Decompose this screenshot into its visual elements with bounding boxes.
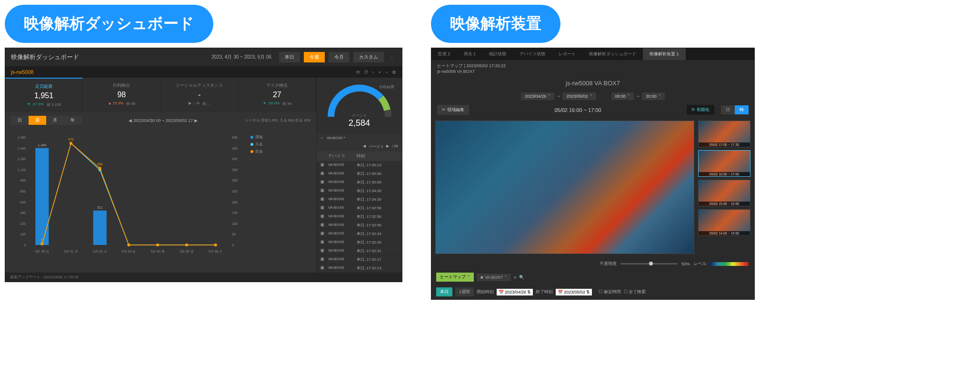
chart-nav-left[interactable]: ◀	[129, 118, 132, 123]
start-date-input[interactable]: 📅 2023/04/26 ⇅	[497, 289, 533, 295]
search-icon[interactable]: 🔍	[519, 275, 524, 280]
svg-text:960: 960	[20, 179, 26, 182]
chart-nav-right[interactable]: ▶	[194, 118, 198, 123]
table-row[interactable]: ▦VA BOX8本日, 17:32:43	[317, 230, 402, 238]
chevron-icon[interactable]: ›	[372, 70, 374, 75]
svg-text:5月 01 月: 5月 01 月	[64, 250, 78, 253]
toggle-day[interactable]: 日	[721, 105, 735, 114]
svg-text:0: 0	[24, 244, 26, 247]
svg-text:320: 320	[20, 222, 26, 225]
svg-text:5月 02 火: 5月 02 火	[93, 250, 107, 253]
minus-icon[interactable]: −	[385, 70, 388, 75]
main-chart: 01603204806408009601,1201,2801,4401,6000…	[11, 132, 247, 256]
table-row[interactable]: ▦VA BOX8本日, 17:32:31	[317, 247, 402, 255]
period-day[interactable]: 日	[11, 116, 29, 125]
dev-tab[interactable]: 統計状態	[482, 48, 513, 60]
table-row[interactable]: ▦VA BOX8本日, 17:34:26	[317, 187, 402, 195]
list-icon[interactable]: ≡	[514, 275, 516, 280]
pin-icon[interactable]: ⚬	[378, 70, 381, 75]
svg-text:1,440: 1,440	[17, 147, 26, 150]
table-row[interactable]: ▦VA BOX8本日, 17:32:13	[317, 264, 402, 273]
svg-rect-33	[35, 148, 49, 245]
table-row[interactable]: ▦VA BOX8本日, 17:35:13	[317, 161, 402, 170]
stat-card-capacity[interactable]: 定員超過 1,951 ▼ -37.6%前 3,126	[5, 78, 83, 112]
clock-icon[interactable]: ⏱	[364, 70, 369, 75]
tab-today[interactable]: 本日	[279, 52, 300, 62]
svg-text:0: 0	[232, 244, 234, 247]
init-button[interactable]: ⟳ 初期化	[687, 105, 714, 115]
svg-text:160: 160	[20, 233, 26, 236]
tab-month[interactable]: 今月	[329, 52, 350, 62]
svg-text:350: 350	[232, 168, 238, 172]
date-to-select[interactable]: 2023/05/02 ˅	[562, 92, 596, 100]
event-table: デバイス 時刻 ▦VA BOX8本日, 17:35:13▦VA BOX8本日, …	[317, 151, 402, 273]
time-from-select[interactable]: 08:00 ˅	[611, 92, 634, 100]
end-date-input[interactable]: 📅 2023/05/02 ⇅	[556, 289, 592, 295]
table-row[interactable]: ▦VA BOX8本日, 17:32:39	[317, 238, 402, 247]
table-row[interactable]: ▦VA BOX8本日, 17:32:58	[317, 213, 402, 221]
svg-text:5月 05 金: 5月 05 金	[180, 250, 194, 253]
dev-tab[interactable]: 監視 2	[431, 48, 457, 60]
date-from-select[interactable]: 2023/04/26 ˅	[521, 92, 554, 100]
svg-text:150: 150	[232, 211, 238, 214]
svg-text:800: 800	[20, 190, 26, 193]
dev-tab[interactable]: 再生 1	[457, 48, 483, 60]
more-icon[interactable]: ⋮	[388, 55, 396, 60]
tab-week[interactable]: 今週	[304, 52, 325, 62]
table-row[interactable]: ▦VA BOX6本日, 17:32:58	[317, 204, 402, 213]
check-icon[interactable]: ✓	[320, 136, 324, 140]
svg-text:200: 200	[232, 201, 238, 204]
btn-today[interactable]: 本日	[436, 287, 452, 296]
legend-in: 入る	[250, 142, 263, 147]
time-to-select[interactable]: 20:00 ˅	[642, 92, 665, 100]
table-row[interactable]: ▦VA BOX8本日, 17:35:05	[317, 178, 402, 187]
level-gradient	[710, 262, 749, 266]
type-select[interactable]: ヒートマップ ˅	[436, 273, 474, 282]
table-row[interactable]: ▦VA BOX8本日, 17:34:16	[317, 195, 402, 204]
pager-prev[interactable]: ◀	[363, 144, 366, 149]
box-select[interactable]: ■ VA BOX7 ˅	[477, 274, 511, 281]
svg-text:400: 400	[232, 157, 238, 161]
svg-text:500: 500	[232, 136, 238, 139]
dev-tab[interactable]: 映像解析ダッシュボード	[582, 48, 643, 60]
dashboard-title-pill: 映像解析ダッシュボード	[5, 5, 213, 43]
svg-text:356: 356	[97, 163, 103, 166]
svg-text:4月 30 日: 4月 30 日	[35, 250, 50, 253]
dashboard-app: 映像解析ダッシュボード 2023, 4月 30 ~ 2023, 5月 06 本日…	[5, 48, 402, 282]
table-row[interactable]: ▦VA BOX8本日, 17:32:56	[317, 221, 402, 230]
stat-card-social[interactable]: ソーシャルディスタンス - ▶ --.%前 --	[161, 78, 239, 112]
svg-text:511: 511	[97, 206, 103, 209]
stat-card-queue[interactable]: 行列検出 98 ▲ 15.3%前 85	[83, 78, 160, 112]
current-time-range: 05/02 16:00 ~ 17:00	[552, 105, 603, 115]
date-range: 2023, 4月 30 ~ 2023, 5月 06	[211, 54, 271, 61]
dev-tab[interactable]: 映像解析装置 1	[643, 48, 686, 60]
period-week[interactable]: 週	[29, 116, 46, 125]
stat-card-mask[interactable]: マスク検出 27 ▼ -50.0%前 54	[239, 78, 316, 112]
svg-text:50: 50	[232, 233, 236, 236]
thumbnail[interactable]: 05/02 16:00 ~ 17:00	[698, 150, 750, 177]
toggle-hour[interactable]: 時	[735, 105, 749, 114]
svg-text:640: 640	[20, 201, 26, 204]
btn-1week[interactable]: 1週間	[455, 287, 474, 296]
svg-text:1,440: 1,440	[38, 143, 47, 147]
gear-icon[interactable]: ⚙	[392, 70, 396, 75]
legend-out: 出る	[250, 149, 263, 154]
table-row[interactable]: ▦VA BOX8本日, 17:35:06	[317, 170, 402, 178]
heatmap-viewport[interactable]	[435, 121, 694, 254]
region-edit-button[interactable]: ✂ 領域編集	[437, 105, 469, 115]
table-row[interactable]: ▦VA BOX8本日, 17:32:17	[317, 255, 402, 264]
dev-tab[interactable]: レポート	[552, 48, 582, 60]
dev-tab[interactable]: デバイス状態	[513, 48, 552, 60]
period-year[interactable]: 年	[64, 116, 81, 125]
refresh-icon[interactable]: ⟳	[356, 70, 360, 75]
svg-rect-37	[93, 211, 107, 245]
opacity-slider[interactable]	[620, 263, 678, 264]
svg-text:1,120: 1,120	[17, 168, 26, 172]
period-month[interactable]: 月	[46, 116, 64, 125]
thumbnail[interactable]: 05/02 15:00 ~ 16:00	[698, 180, 750, 206]
pager-next[interactable]: ▶	[386, 144, 389, 149]
thumbnail[interactable]: 05/02 14:00 ~ 15:00	[698, 209, 750, 236]
svg-text:1,280: 1,280	[17, 157, 26, 161]
thumbnail[interactable]: 05/02 17:00 ~ 17:30	[698, 121, 750, 147]
tab-custom[interactable]: カスタム	[353, 52, 384, 62]
